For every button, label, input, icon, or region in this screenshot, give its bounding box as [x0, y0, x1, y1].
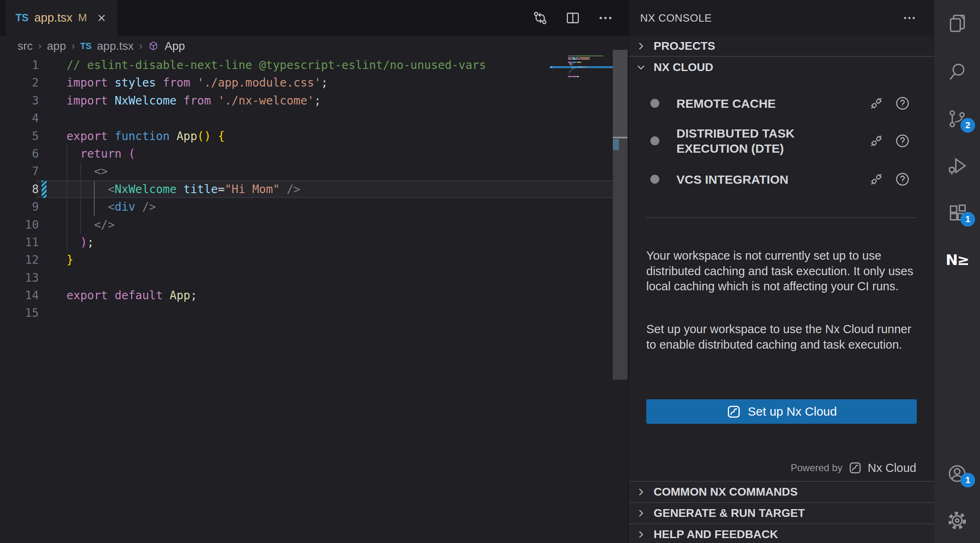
source-control-icon[interactable]: 2	[944, 106, 970, 132]
line-number: 5	[0, 127, 39, 145]
code-line[interactable]: 7 <>	[0, 162, 612, 180]
symbol-class-icon	[148, 40, 159, 52]
code-text: }	[67, 251, 73, 269]
section-generate-run-target[interactable]: GENERATE & RUN TARGET	[629, 503, 935, 523]
line-number: 10	[0, 216, 39, 234]
minimap-line	[574, 68, 576, 69]
extensions-icon[interactable]: 1	[944, 200, 970, 226]
code-line[interactable]: 11 );	[0, 234, 612, 251]
modified-indicator: M	[78, 11, 87, 24]
sidebar-nx-console: NX CONSOLE PROJECTS NX CLOUD REMOTE CACH…	[628, 0, 934, 543]
code-line[interactable]: 6 return (	[0, 145, 612, 162]
section-label: PROJECTS	[654, 40, 715, 53]
more-actions-icon[interactable]	[597, 10, 614, 26]
editor-group: TS app.tsx M	[0, 0, 628, 543]
breadcrumb-symbol[interactable]: App	[164, 40, 185, 53]
code-line[interactable]: 5export function App() {	[0, 127, 612, 145]
explorer-icon[interactable]	[944, 10, 970, 36]
code-line[interactable]: 1// eslint-disable-next-line @typescript…	[0, 56, 612, 74]
minimap-line	[578, 58, 580, 60]
section-nx-cloud[interactable]: NX CLOUD	[629, 57, 935, 78]
sidebar-header: NX CONSOLE	[629, 0, 935, 36]
powered-by: Powered by Nx Cloud	[791, 456, 916, 479]
breadcrumb-app[interactable]: app	[47, 40, 66, 53]
minimap-line	[581, 58, 589, 60]
code-text: <>	[67, 162, 108, 180]
minimap[interactable]	[550, 55, 613, 153]
feature-label: DISTRIBUTED TASK EXECUTION (DTE)	[676, 126, 864, 156]
code-line[interactable]: 13	[0, 269, 612, 287]
line-number: 1	[0, 56, 39, 74]
code-text: export default App;	[67, 287, 197, 304]
chevron-right-icon	[635, 528, 647, 541]
connect-icon[interactable]	[869, 171, 884, 187]
section-common-nx-commands[interactable]: COMMON NX COMMANDS	[629, 482, 935, 502]
code-line[interactable]: 9 <div />	[0, 198, 612, 216]
minimap-line	[589, 58, 589, 60]
close-tab-icon[interactable]	[96, 12, 107, 24]
scrollbar-slider[interactable]	[613, 50, 627, 137]
code-line[interactable]: 2import styles from './app.module.css';	[0, 74, 612, 91]
chevron-right-icon	[635, 486, 647, 498]
minimap-line	[570, 65, 572, 66]
code-line[interactable]: 3import NxWelcome from './nx-welcome';	[0, 92, 612, 109]
nx-console-icon[interactable]: N≥	[944, 247, 970, 273]
cloud-feature-row: REMOTE CACHE	[629, 91, 935, 115]
minimap-line	[568, 76, 572, 77]
minimap-line	[568, 62, 572, 63]
cloud-feature-row: VCS INTEGRATION	[629, 167, 935, 191]
code-line[interactable]: 14export default App;	[0, 287, 612, 304]
help-icon[interactable]	[895, 171, 910, 187]
feature-label: VCS INTEGRATION	[676, 172, 788, 187]
code-editor[interactable]: 1// eslint-disable-next-line @typescript…	[0, 56, 628, 543]
breadcrumb-src[interactable]: src	[18, 40, 33, 53]
minimap-line	[579, 62, 580, 63]
section-help-and-feedback[interactable]: HELP AND FEEDBACK	[629, 524, 935, 543]
code-line[interactable]: 15	[0, 304, 612, 322]
badge-count: 1	[960, 212, 975, 227]
typescript-file-icon: TS	[16, 12, 29, 24]
connect-icon[interactable]	[869, 96, 884, 111]
account-icon[interactable]: 1	[944, 461, 970, 487]
code-text: <div />	[67, 198, 156, 216]
minimap-line	[568, 56, 603, 57]
split-editor-icon[interactable]	[565, 10, 581, 26]
chevron-down-icon	[635, 61, 647, 73]
help-icon[interactable]	[895, 96, 910, 111]
line-number: 3	[0, 92, 39, 109]
section-label: HELP AND FEEDBACK	[654, 528, 778, 541]
minimap-line	[579, 57, 590, 58]
line-number: 12	[0, 251, 39, 269]
code-line[interactable]: 4	[0, 109, 612, 127]
sidebar-title: NX CONSOLE	[640, 12, 712, 24]
sidebar-more-actions-icon[interactable]	[902, 11, 917, 25]
settings-gear-icon[interactable]	[944, 507, 970, 534]
overview-ruler-cursor-marker	[613, 137, 627, 138]
line-number: 7	[0, 162, 39, 180]
code-line[interactable]: 12}	[0, 251, 612, 269]
minimap-line	[572, 62, 576, 63]
section-label: NX CLOUD	[654, 61, 713, 74]
minimap-line	[572, 58, 577, 60]
line-number: 8	[0, 180, 39, 198]
minimap-line	[568, 73, 568, 74]
search-icon[interactable]	[944, 59, 970, 85]
setup-nx-cloud-button[interactable]: Set up Nx Cloud	[646, 399, 917, 424]
compare-changes-icon[interactable]	[532, 10, 548, 26]
setup-hint-text: Set up your workspace to use the Nx Clou…	[646, 322, 920, 352]
badge-count: 2	[960, 118, 975, 133]
activity-bar: 21N≥1	[934, 0, 980, 543]
editor-scrollbar[interactable]	[613, 0, 627, 543]
run-debug-icon[interactable]	[944, 153, 970, 179]
code-line[interactable]: 8 <NxWelcome title="Hi Mom" />	[0, 180, 612, 198]
code-line[interactable]: 10 </>	[0, 216, 612, 234]
connect-icon[interactable]	[869, 133, 884, 149]
breadcrumb-file[interactable]: app.tsx	[97, 40, 134, 53]
line-number: 9	[0, 198, 39, 216]
help-icon[interactable]	[895, 133, 910, 149]
line-number: 15	[0, 304, 39, 322]
code-text: import styles from './app.module.css';	[67, 74, 328, 91]
section-projects[interactable]: PROJECTS	[629, 36, 935, 56]
minimap-line	[569, 63, 573, 65]
tab-app-tsx[interactable]: TS app.tsx M	[6, 0, 117, 36]
